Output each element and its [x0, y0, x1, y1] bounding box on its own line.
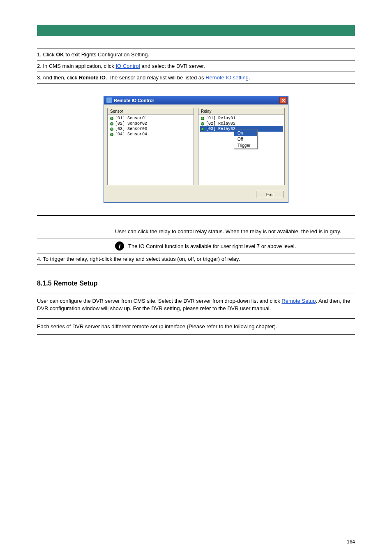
step-2: 2. In CMS main application, click IO Con…	[37, 60, 355, 72]
status-led-icon	[110, 133, 113, 136]
list-item[interactable]: [04] Sensor04	[109, 132, 192, 137]
status-led-icon	[110, 117, 113, 120]
link-remote-io-setting[interactable]: Remote IO setting	[205, 74, 249, 81]
menu-item-off[interactable]: Off	[234, 136, 257, 142]
status-led-icon	[110, 122, 113, 125]
close-icon[interactable]: ✕	[279, 97, 287, 104]
status-led-icon	[201, 128, 204, 131]
note-relay-click: User can click the relay to control rela…	[37, 216, 355, 239]
info-icon: i	[115, 241, 124, 251]
info-note: i The IO Control function is available f…	[37, 239, 355, 253]
paragraph: Each series of DVR server has different …	[37, 319, 355, 335]
list-item[interactable]: [02] Sensor02	[109, 121, 192, 126]
screenshot-container: Remote IO Control ✕ Sensor [01] Sensor01…	[37, 84, 355, 216]
list-item[interactable]: [02] Relay02	[200, 121, 283, 126]
menu-item-trigger[interactable]: Trigger	[234, 142, 257, 149]
step-3: 3. And then, click Remote IO. The sensor…	[37, 72, 355, 84]
list-item[interactable]: [01] Sensor01	[109, 116, 192, 121]
list-item[interactable]: [03] Sensor03	[109, 126, 192, 132]
app-icon	[106, 97, 112, 103]
sensor-header: Sensor	[108, 108, 194, 115]
paragraph: User can configure the DVR server from C…	[37, 293, 355, 312]
section-heading: 8.1.5 Remote Setup	[37, 280, 355, 287]
step-1: 1. Click OK to exit Rights Configuration…	[37, 49, 355, 60]
status-led-icon	[201, 117, 204, 120]
status-led-icon	[201, 122, 204, 125]
page-number: 164	[347, 539, 355, 545]
step-4: 4. To trigger the relay, right-click the…	[37, 253, 355, 265]
menu-item-on[interactable]: On	[234, 130, 257, 136]
remote-io-window: Remote IO Control ✕ Sensor [01] Sensor01…	[104, 96, 288, 203]
status-led-icon	[110, 128, 113, 131]
link-io-control[interactable]: IO Control	[115, 63, 140, 69]
titlebar: Remote IO Control ✕	[104, 96, 288, 104]
relay-header: Relay	[198, 108, 284, 115]
exit-button[interactable]: Exit	[256, 191, 284, 198]
relay-panel: Relay [01] Relay01 [02] Relay02 [03] Rel…	[198, 108, 285, 185]
header-bar	[37, 25, 355, 36]
list-item[interactable]: [01] Relay01	[200, 116, 283, 121]
context-menu: On Off Trigger	[234, 130, 258, 149]
window-title: Remote IO Control	[114, 98, 154, 103]
link-remote-setup[interactable]: Remote Setup	[281, 298, 316, 304]
sensor-panel: Sensor [01] Sensor01 [02] Sensor02 [03] …	[107, 108, 194, 185]
